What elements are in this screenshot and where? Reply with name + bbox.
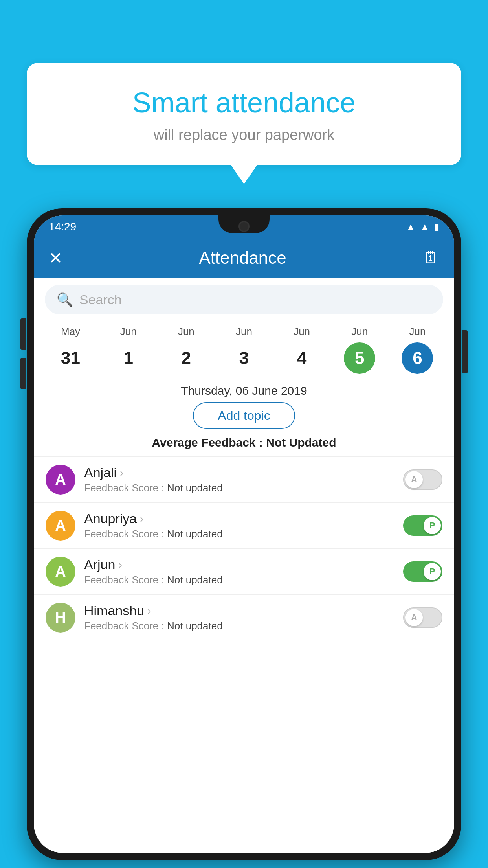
signal-icon: ▲ [420, 221, 429, 232]
cal-day-2[interactable]: Jun2 [171, 326, 202, 374]
student-feedback: Feedback Score : Not updated [84, 528, 394, 540]
speech-bubble-container: Smart attendance will replace your paper… [27, 63, 461, 165]
status-icons: ▲ ▲ ▮ [406, 221, 439, 232]
attendance-toggle[interactable]: A [403, 607, 442, 628]
cal-date-number: 3 [228, 342, 260, 374]
cal-month-label: May [61, 326, 80, 338]
toggle-knob: P [424, 517, 441, 534]
attendance-toggle[interactable]: P [403, 561, 442, 582]
phone-container: 14:29 ▲ ▲ ▮ ✕ Attendance 🗓 🔍 Search Ma [27, 208, 461, 860]
search-input[interactable]: Search [79, 292, 122, 307]
student-list: AAnjali ›Feedback Score : Not updatedAAA… [34, 456, 454, 640]
cal-date-number: 2 [171, 342, 202, 374]
student-info: Anupriya ›Feedback Score : Not updated [84, 511, 394, 540]
cal-day-1[interactable]: Jun1 [113, 326, 144, 374]
wifi-icon: ▲ [406, 221, 415, 232]
student-avatar: H [46, 603, 75, 633]
avg-feedback-value: Not Updated [266, 436, 336, 449]
selected-date: Thursday, 06 June 2019 [34, 384, 454, 397]
student-info: Himanshu ›Feedback Score : Not updated [84, 603, 394, 632]
feedback-value: Not updated [167, 482, 223, 494]
search-icon: 🔍 [57, 292, 73, 307]
student-avatar: A [46, 465, 75, 495]
cal-day-5[interactable]: Jun5 [344, 326, 375, 374]
cal-month-label: Jun [409, 326, 426, 338]
cal-date-number: 31 [55, 342, 86, 374]
toggle-knob: A [405, 609, 423, 626]
status-time: 14:29 [49, 221, 76, 233]
cal-month-label: Jun [294, 326, 310, 338]
student-item[interactable]: AArjun ›Feedback Score : Not updatedP [34, 548, 454, 594]
add-topic-button[interactable]: Add topic [193, 402, 295, 429]
power-button [462, 330, 468, 373]
student-name: Anjali › [84, 465, 394, 480]
speech-bubble: Smart attendance will replace your paper… [27, 63, 461, 165]
cal-month-label: Jun [236, 326, 252, 338]
cal-month-label: Jun [120, 326, 137, 338]
toggle-knob: A [405, 471, 423, 488]
close-icon[interactable]: ✕ [49, 248, 62, 268]
student-feedback: Feedback Score : Not updated [84, 482, 394, 494]
student-avatar: A [46, 557, 75, 587]
app-bar-title: Attendance [199, 248, 286, 268]
student-item[interactable]: AAnupriya ›Feedback Score : Not updatedP [34, 502, 454, 548]
student-info: Arjun ›Feedback Score : Not updated [84, 557, 394, 586]
attendance-toggle[interactable]: A [403, 469, 442, 490]
search-bar[interactable]: 🔍 Search [45, 285, 443, 314]
phone-camera [238, 221, 250, 232]
phone-screen: 14:29 ▲ ▲ ▮ ✕ Attendance 🗓 🔍 Search Ma [34, 215, 454, 853]
attendance-toggle[interactable]: P [403, 515, 442, 536]
student-feedback: Feedback Score : Not updated [84, 574, 394, 586]
speech-bubble-title: Smart attendance [42, 86, 446, 119]
chevron-icon: › [140, 513, 143, 525]
volume-up-button [20, 318, 26, 350]
student-name: Himanshu › [84, 603, 394, 618]
cal-date-number: 1 [113, 342, 144, 374]
chevron-icon: › [118, 559, 122, 571]
calendar-strip: May31Jun1Jun2Jun3Jun4Jun5Jun6 [34, 322, 454, 378]
chevron-icon: › [147, 605, 151, 617]
cal-day-31[interactable]: May31 [55, 326, 86, 374]
student-name: Arjun › [84, 557, 394, 572]
phone-notch [218, 215, 270, 233]
volume-down-button [20, 358, 26, 389]
student-feedback: Feedback Score : Not updated [84, 620, 394, 632]
cal-month-label: Jun [351, 326, 368, 338]
chevron-icon: › [120, 467, 123, 479]
cal-day-6[interactable]: Jun6 [402, 326, 433, 374]
battery-icon: ▮ [434, 221, 439, 232]
cal-month-label: Jun [178, 326, 194, 338]
average-feedback: Average Feedback : Not Updated [34, 436, 454, 449]
calendar-icon[interactable]: 🗓 [423, 248, 439, 267]
student-avatar: A [46, 511, 75, 541]
feedback-value: Not updated [167, 620, 223, 632]
student-item[interactable]: HHimanshu ›Feedback Score : Not updatedA [34, 594, 454, 640]
app-bar: ✕ Attendance 🗓 [34, 238, 454, 278]
feedback-value: Not updated [167, 574, 223, 586]
student-name: Anupriya › [84, 511, 394, 526]
phone-outer: 14:29 ▲ ▲ ▮ ✕ Attendance 🗓 🔍 Search Ma [27, 208, 461, 860]
avg-feedback-label: Average Feedback : [152, 436, 266, 449]
cal-day-4[interactable]: Jun4 [286, 326, 317, 374]
feedback-value: Not updated [167, 528, 223, 540]
cal-date-number: 5 [344, 342, 375, 374]
student-info: Anjali ›Feedback Score : Not updated [84, 465, 394, 494]
cal-date-number: 6 [402, 342, 433, 374]
student-item[interactable]: AAnjali ›Feedback Score : Not updatedA [34, 456, 454, 502]
speech-bubble-subtitle: will replace your paperwork [42, 127, 446, 143]
toggle-knob: P [424, 563, 441, 580]
cal-date-number: 4 [286, 342, 317, 374]
cal-day-3[interactable]: Jun3 [228, 326, 260, 374]
